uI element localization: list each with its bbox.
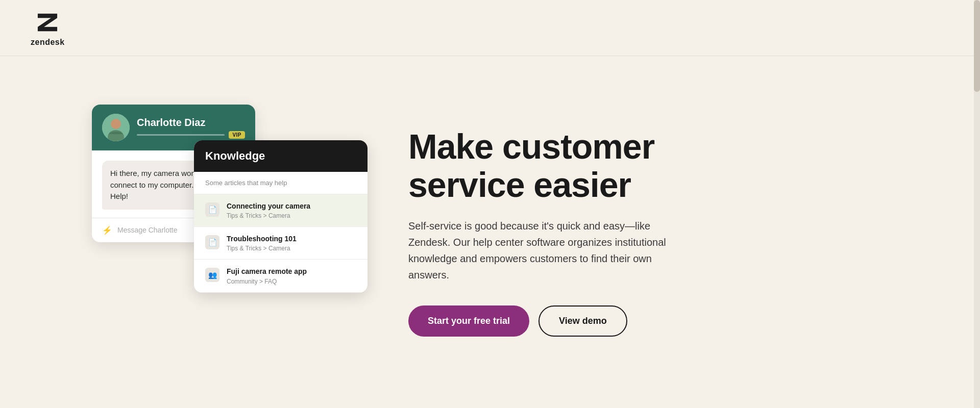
lightning-icon: ⚡ — [102, 225, 112, 235]
article-info-2: Troubleshooting 101 Tips & Tricks > Came… — [227, 234, 356, 252]
headline-text: Make customer service easier — [408, 127, 654, 204]
scrollbar-thumb[interactable] — [974, 0, 980, 92]
article-name-1: Connecting your camera — [227, 201, 356, 211]
article-icon-3: 👥 — [205, 268, 219, 282]
knowledge-header: Knowledge — [194, 140, 368, 172]
cta-buttons: Start your free trial View demo — [408, 305, 735, 337]
knowledge-card: Knowledge Some articles that may help 📄 … — [194, 140, 368, 293]
article-category-1: Tips & Tricks > Camera — [227, 212, 356, 219]
zendesk-logo-icon — [34, 9, 61, 36]
start-trial-button[interactable]: Start your free trial — [408, 305, 529, 337]
avatar — [102, 114, 130, 141]
chat-name-area: Charlotte Diaz VIP — [137, 116, 245, 139]
vip-line — [137, 134, 225, 136]
main-content: Charlotte Diaz VIP Hi there, my camera w… — [0, 56, 980, 408]
article-item-3[interactable]: 👥 Fuji camera remote app Community > FAQ — [194, 260, 368, 292]
article-item[interactable]: 📄 Connecting your camera Tips & Tricks >… — [194, 194, 368, 227]
article-category-3: Community > FAQ — [227, 278, 356, 285]
article-icon-1: 📄 — [205, 202, 219, 217]
agent-name: Charlotte Diaz — [137, 116, 245, 129]
article-item-2[interactable]: 📄 Troubleshooting 101 Tips & Tricks > Ca… — [194, 227, 368, 260]
knowledge-subtitle: Some articles that may help — [194, 172, 368, 194]
svg-point-1 — [111, 119, 121, 129]
illustration: Charlotte Diaz VIP Hi there, my camera w… — [61, 84, 368, 380]
article-info-1: Connecting your camera Tips & Tricks > C… — [227, 201, 356, 219]
header: zendesk — [0, 0, 980, 56]
message-input-label[interactable]: Message Charlotte — [117, 226, 178, 234]
avatar-svg — [102, 114, 130, 141]
article-info-3: Fuji camera remote app Community > FAQ — [227, 267, 356, 285]
content-area: Make customer service easier Self-servic… — [408, 128, 735, 337]
view-demo-button[interactable]: View demo — [538, 305, 627, 337]
logo[interactable]: zendesk — [31, 9, 65, 47]
vip-badge: VIP — [229, 131, 245, 139]
article-icon-2: 📄 — [205, 235, 219, 249]
article-name-3: Fuji camera remote app — [227, 267, 356, 276]
article-category-2: Tips & Tricks > Camera — [227, 245, 356, 252]
page-description: Self-service is good because it's quick … — [408, 218, 694, 283]
article-name-2: Troubleshooting 101 — [227, 234, 356, 243]
knowledge-title: Knowledge — [205, 149, 265, 162]
logo-text: zendesk — [31, 38, 65, 47]
page-headline: Make customer service easier — [408, 128, 735, 204]
vip-bar: VIP — [137, 131, 245, 139]
scrollbar[interactable] — [974, 0, 980, 408]
